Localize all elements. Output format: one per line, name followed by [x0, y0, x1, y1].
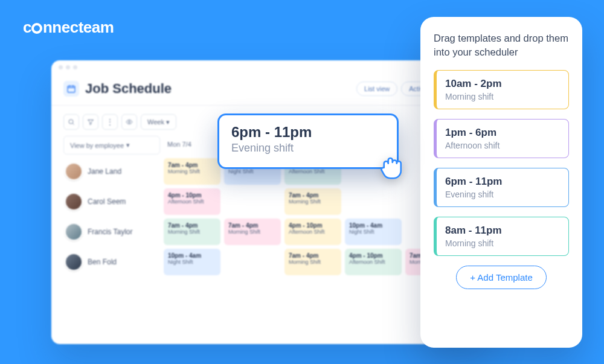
schedule-row: Francis Taylor7am - 4pmMorning Shift7am …	[63, 219, 480, 245]
shift-cell[interactable]: 7am - 4pmMorning Shift	[284, 188, 341, 215]
shift-label: Afternoon Shift	[349, 259, 397, 265]
shift-time: 7am - 4pm	[289, 252, 337, 259]
employee-cell[interactable]: Jane Land	[63, 158, 160, 185]
shift-time: 7am - 4pm	[168, 162, 216, 168]
shift-time: 10pm - 4am	[168, 252, 216, 259]
template-label: Morning shift	[445, 238, 560, 248]
svg-point-1	[69, 120, 73, 124]
template-card[interactable]: 8am - 11pmMorning shift	[434, 217, 569, 256]
template-label: Morning shift	[445, 92, 560, 101]
employee-name: Jane Land	[88, 167, 121, 176]
avatar	[65, 253, 83, 271]
avatar	[65, 223, 83, 241]
template-card[interactable]: 1pm - 6pmAfternoon shift	[434, 119, 569, 158]
logo-o-icon	[31, 23, 42, 34]
grab-cursor-icon	[374, 150, 408, 184]
panel-title: Drag templates and drop them into your s…	[434, 31, 569, 59]
list-view-button[interactable]: List view	[356, 81, 397, 96]
shift-label: Night Shift	[228, 168, 277, 174]
view-by-selector[interactable]: View by employee ▾	[63, 136, 160, 155]
template-label: Evening shift	[445, 190, 560, 199]
shift-label: Night Shift	[168, 259, 216, 265]
shift-cell	[224, 249, 281, 275]
shift-cell[interactable]: 4pm - 10pmAfternoon Shift	[345, 249, 402, 275]
employee-cell[interactable]: Francis Taylor	[63, 219, 160, 245]
shift-time: 4pm - 10pm	[168, 192, 216, 199]
shift-label: Afternoon Shift	[289, 229, 337, 235]
template-card[interactable]: 10am - 2pmMorning shift	[434, 70, 569, 109]
add-template-button[interactable]: + Add Template	[456, 266, 547, 289]
employee-name: Ben Fold	[88, 258, 117, 266]
shift-time: 10pm - 4am	[349, 222, 397, 229]
employee-name: Carol Seem	[88, 197, 126, 206]
shift-cell[interactable]: 7am - 4pmMorning Shift	[164, 219, 220, 245]
day-header: Mon 7/4	[164, 136, 220, 155]
shift-label: Morning Shift	[168, 168, 216, 174]
search-icon[interactable]	[63, 114, 79, 130]
shift-label: Morning Shift	[289, 199, 337, 205]
avatar	[65, 162, 83, 180]
shift-time: 4pm - 10pm	[289, 222, 337, 229]
shift-label: Afternoon Shift	[168, 199, 216, 205]
calendar-icon	[63, 81, 79, 97]
visibility-icon[interactable]	[121, 114, 137, 130]
shift-label: Morning Shift	[289, 259, 337, 265]
employee-cell[interactable]: Ben Fold	[63, 249, 160, 275]
shift-cell[interactable]: 4pm - 10pmAfternoon Shift	[164, 188, 220, 215]
brand-logo: cnnecteam	[23, 18, 114, 37]
dragged-template-card[interactable]: 6pm - 11pm Evening shift	[217, 113, 399, 169]
more-icon[interactable]: ⋮	[102, 114, 118, 130]
avatar	[65, 193, 83, 211]
schedule-row: Ben Fold10pm - 4amNight Shift7am - 4pmMo…	[63, 249, 480, 275]
shift-time: 4pm - 10pm	[349, 252, 397, 259]
template-time: 1pm - 6pm	[445, 127, 560, 139]
shift-label: Night Shift	[349, 229, 397, 235]
shift-cell[interactable]: 7am - 4pmMorning Shift	[224, 219, 281, 245]
template-time: 6pm - 11pm	[445, 176, 560, 188]
shift-cell	[345, 188, 402, 215]
shift-time: 7am - 4pm	[289, 192, 337, 199]
chevron-down-icon: ▾	[126, 141, 130, 149]
page-title: Job Schedule	[85, 81, 353, 97]
shift-cell[interactable]: 10pm - 4amNight Shift	[345, 219, 402, 245]
logo-text: nnecteam	[43, 18, 114, 37]
chevron-down-icon: ▾	[166, 118, 170, 126]
template-time: 8am - 11pm	[445, 225, 560, 237]
dragged-card-time: 6pm - 11pm	[231, 124, 385, 141]
svg-point-2	[129, 121, 130, 123]
employee-cell[interactable]: Carol Seem	[63, 188, 160, 215]
templates-panel: Drag templates and drop them into your s…	[420, 17, 582, 348]
shift-cell[interactable]: 7am - 4pmMorning Shift	[284, 249, 341, 275]
shift-label: Morning Shift	[228, 229, 277, 235]
shift-time: 7am - 4pm	[168, 222, 216, 229]
shift-cell[interactable]: 4pm - 10pmAfternoon Shift	[284, 219, 341, 245]
shift-cell[interactable]: 7am - 4pmMorning Shift	[164, 158, 220, 185]
dragged-card-label: Evening shift	[231, 142, 385, 155]
filter-icon[interactable]	[83, 114, 98, 130]
shift-cell	[224, 188, 281, 215]
week-selector[interactable]: Week ▾	[141, 114, 176, 130]
template-time: 10am - 2pm	[445, 78, 560, 90]
shift-label: Afternoon Shift	[289, 168, 337, 174]
employee-name: Francis Taylor	[88, 228, 132, 236]
template-label: Afternoon shift	[445, 141, 560, 150]
template-card[interactable]: 6pm - 11pmEvening shift	[434, 168, 569, 207]
schedule-row: Carol Seem4pm - 10pmAfternoon Shift7am -…	[63, 188, 480, 215]
shift-time: 7am - 4pm	[228, 222, 277, 229]
shift-cell[interactable]: 10pm - 4amNight Shift	[164, 249, 220, 275]
svg-rect-0	[68, 86, 75, 92]
shift-label: Morning Shift	[168, 229, 216, 235]
